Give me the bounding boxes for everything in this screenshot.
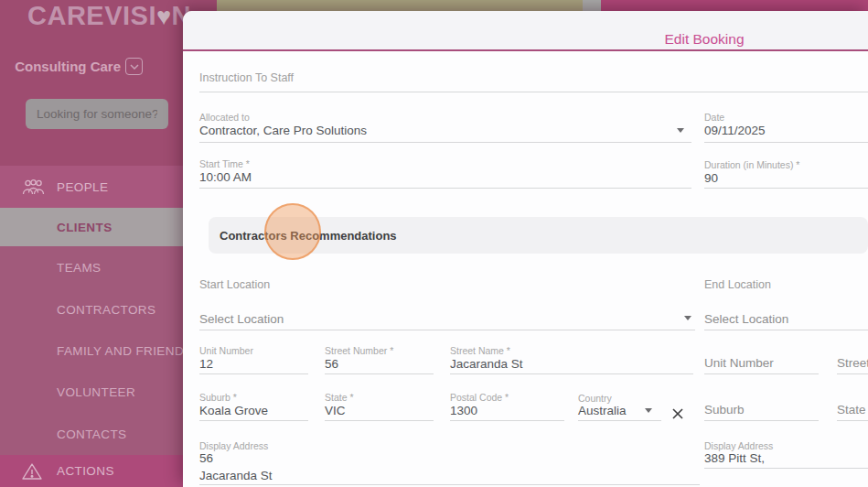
field-underline bbox=[450, 373, 693, 374]
modal-title: Edit Booking bbox=[664, 31, 744, 48]
org-dropdown-button[interactable] bbox=[125, 58, 143, 75]
chevron-down-icon bbox=[130, 64, 139, 70]
postal-code-value[interactable]: 1300 bbox=[450, 404, 477, 417]
state-value[interactable]: VIC bbox=[325, 404, 346, 417]
chevron-down-icon[interactable] bbox=[645, 408, 652, 413]
field-underline bbox=[704, 142, 868, 143]
end-display-address-label: Display Address bbox=[704, 440, 773, 451]
display-address-line2[interactable]: Jacaranda St bbox=[199, 469, 273, 482]
field-underline bbox=[837, 420, 868, 421]
org-name: Consulting Care bbox=[15, 59, 121, 74]
contractors-recommendations-accordion[interactable]: Contractors Recommendations bbox=[209, 217, 868, 254]
street-name-value[interactable]: Jacaranda St bbox=[450, 357, 523, 371]
edit-booking-modal: Edit Booking Instruction To Staff Alloca… bbox=[183, 11, 868, 487]
country-value[interactable]: Australia bbox=[578, 404, 627, 417]
clear-address-button[interactable] bbox=[670, 406, 686, 422]
start-time-label: Start Time * bbox=[199, 158, 250, 169]
duration-value[interactable]: 90 bbox=[704, 171, 718, 185]
field-underline bbox=[450, 420, 564, 421]
heart-icon: ♥ bbox=[156, 3, 172, 30]
chevron-down-icon[interactable] bbox=[684, 316, 691, 320]
field-underline bbox=[325, 420, 434, 421]
field-underline bbox=[704, 420, 819, 421]
end-display-address-value[interactable]: 389 Pitt St, bbox=[704, 451, 765, 465]
field-underline bbox=[704, 330, 868, 330]
field-underline bbox=[199, 373, 308, 374]
allocated-to-value[interactable]: Contractor, Care Pro Solutions bbox=[199, 124, 367, 137]
field-underline bbox=[199, 484, 700, 485]
field-underline bbox=[199, 188, 691, 189]
sidebar-item-label: VOLUNTEER bbox=[57, 385, 135, 399]
street-number-value[interactable]: 56 bbox=[325, 357, 338, 371]
end-unit-number-field[interactable]: Unit Number bbox=[704, 356, 774, 370]
end-location-select[interactable]: Select Location bbox=[704, 312, 788, 326]
date-label: Date bbox=[704, 112, 724, 123]
end-street-number-field[interactable]: Street Number * bbox=[837, 356, 868, 370]
chevron-down-icon[interactable] bbox=[677, 128, 684, 133]
unit-number-label: Unit Number bbox=[199, 345, 253, 356]
app-root: CAREVISI♥N Consulting Care PEOPLE CLIENT… bbox=[0, 0, 868, 487]
end-state-field[interactable]: State bbox=[837, 403, 866, 417]
start-location-select[interactable]: Select Location bbox=[199, 312, 284, 326]
display-address-line1[interactable]: 56 bbox=[199, 451, 213, 465]
allocated-to-label: Allocated to bbox=[199, 112, 250, 123]
field-underline bbox=[837, 373, 868, 374]
instruction-to-staff-field[interactable]: Instruction To Staff bbox=[199, 71, 294, 84]
field-underline bbox=[578, 420, 661, 421]
display-address-label: Display Address bbox=[199, 440, 268, 451]
start-location-label: Start Location bbox=[199, 278, 270, 291]
field-underline bbox=[704, 373, 819, 374]
sidebar-item-label: ACTIONS bbox=[57, 464, 114, 478]
country-label: Country bbox=[578, 393, 612, 404]
people-icon bbox=[21, 179, 46, 196]
modal-header bbox=[183, 11, 868, 51]
start-time-value[interactable]: 10:00 AM bbox=[199, 170, 252, 184]
end-suburb-field[interactable]: Suburb bbox=[704, 403, 745, 417]
street-name-label: Street Name * bbox=[450, 345, 510, 356]
state-label: State * bbox=[325, 392, 354, 403]
carevision-logo: CAREVISI♥N bbox=[27, 1, 191, 31]
unit-number-value[interactable]: 12 bbox=[199, 357, 213, 371]
street-number-label: Street Number * bbox=[325, 345, 393, 356]
field-underline bbox=[199, 142, 691, 143]
end-location-label: End Location bbox=[704, 278, 771, 291]
field-underline bbox=[704, 468, 868, 469]
logo-text-pre: CAREVISI bbox=[27, 1, 156, 30]
search-input[interactable] bbox=[26, 99, 168, 129]
warning-icon bbox=[21, 462, 43, 481]
field-underline bbox=[199, 92, 868, 92]
suburb-label: Suburb * bbox=[199, 392, 237, 403]
date-value[interactable]: 09/11/2025 bbox=[704, 124, 766, 137]
sidebar-item-label: CONTACTS bbox=[57, 427, 126, 441]
field-underline bbox=[199, 330, 695, 330]
sidebar-item-label: TEAMS bbox=[57, 261, 102, 275]
accordion-label: Contractors Recommendations bbox=[220, 229, 397, 243]
sidebar-item-label: FAMILY AND FRIENDS bbox=[57, 344, 192, 358]
postal-code-label: Postal Code * bbox=[450, 392, 509, 403]
field-underline bbox=[199, 420, 308, 421]
close-icon bbox=[671, 407, 684, 420]
sidebar-item-label: PEOPLE bbox=[57, 180, 108, 194]
field-underline bbox=[704, 188, 868, 189]
sidebar-item-label: CONTRACTORS bbox=[57, 303, 155, 317]
org-selector[interactable]: Consulting Care bbox=[0, 57, 183, 77]
suburb-value[interactable]: Koala Grove bbox=[199, 404, 268, 417]
sidebar-item-label: CLIENTS bbox=[57, 221, 113, 234]
field-underline bbox=[325, 373, 434, 374]
duration-label: Duration (in Minutes) * bbox=[704, 159, 799, 170]
